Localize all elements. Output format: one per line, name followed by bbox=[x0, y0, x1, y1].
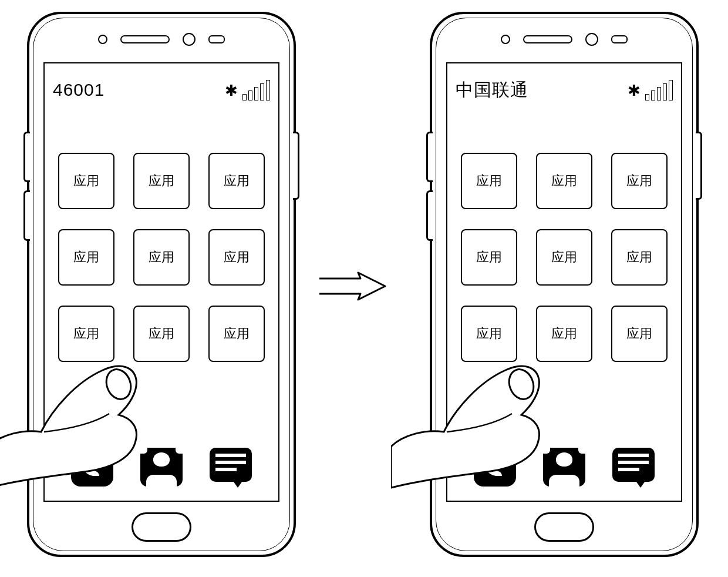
app-label: 应用 bbox=[73, 172, 99, 190]
phone-app-icon[interactable] bbox=[71, 448, 113, 487]
app-tile[interactable]: 应用 bbox=[133, 306, 190, 362]
app-tile[interactable]: 应用 bbox=[611, 229, 668, 286]
messages-app-icon[interactable] bbox=[210, 448, 252, 482]
home-button[interactable] bbox=[534, 512, 594, 542]
app-label: 应用 bbox=[224, 325, 250, 343]
app-tile[interactable]: 应用 bbox=[536, 306, 592, 362]
app-tile[interactable]: 应用 bbox=[133, 229, 190, 286]
app-label: 应用 bbox=[476, 172, 502, 190]
carrier-label: 中国联通 bbox=[456, 78, 528, 102]
screen[interactable]: 46001 ✱ 应用 应用 应用 应用 应用 应用 应用 应用 应用 bbox=[43, 62, 279, 502]
sensor-bar bbox=[29, 31, 294, 48]
app-label: 应用 bbox=[73, 249, 99, 266]
phone-app-icon[interactable] bbox=[474, 448, 516, 487]
proximity-sensor-icon bbox=[98, 35, 107, 44]
transition-arrow-icon bbox=[317, 270, 387, 302]
app-grid: 应用 应用 应用 应用 应用 应用 应用 应用 应用 bbox=[45, 153, 278, 362]
sensor-bar bbox=[432, 31, 696, 48]
app-tile[interactable]: 应用 bbox=[461, 153, 517, 209]
app-label: 应用 bbox=[224, 249, 250, 266]
app-label: 应用 bbox=[149, 325, 174, 343]
app-label: 应用 bbox=[626, 325, 652, 343]
app-tile[interactable]: 应用 bbox=[611, 306, 668, 362]
app-tile[interactable]: 应用 bbox=[611, 153, 668, 209]
app-tile[interactable]: 应用 bbox=[536, 153, 592, 209]
app-label: 应用 bbox=[149, 172, 174, 190]
home-button[interactable] bbox=[132, 512, 191, 542]
app-label: 应用 bbox=[626, 249, 652, 266]
contacts-app-icon[interactable] bbox=[140, 448, 183, 487]
volume-up-button[interactable] bbox=[23, 132, 30, 182]
dock bbox=[447, 448, 681, 487]
app-label: 应用 bbox=[149, 249, 174, 266]
status-bar: 中国联通 ✱ bbox=[447, 63, 681, 107]
earpiece-icon bbox=[523, 35, 572, 43]
status-bar: 46001 ✱ bbox=[45, 63, 278, 107]
app-label: 应用 bbox=[551, 172, 577, 190]
power-button[interactable] bbox=[293, 132, 299, 200]
signal-bars-icon bbox=[645, 80, 673, 100]
carrier-label: 46001 bbox=[53, 80, 105, 100]
app-tile[interactable]: 应用 bbox=[208, 306, 265, 362]
app-tile[interactable]: 应用 bbox=[58, 306, 114, 362]
app-tile[interactable]: 应用 bbox=[461, 229, 517, 286]
app-tile[interactable]: 应用 bbox=[536, 229, 592, 286]
app-tile[interactable]: 应用 bbox=[58, 229, 114, 286]
phone-right: 中国联通 ✱ 应用 应用 应用 应用 应用 应用 应用 应用 应用 bbox=[430, 12, 699, 557]
earpiece-icon bbox=[120, 35, 170, 43]
app-label: 应用 bbox=[224, 172, 250, 190]
carrier-logo-icon: ✱ bbox=[628, 83, 641, 98]
signal-group: ✱ bbox=[225, 80, 270, 100]
proximity-sensor-icon bbox=[501, 35, 510, 44]
screen[interactable]: 中国联通 ✱ 应用 应用 应用 应用 应用 应用 应用 应用 应用 bbox=[446, 62, 682, 502]
sensor-pill-icon bbox=[611, 35, 628, 43]
app-label: 应用 bbox=[476, 249, 502, 266]
power-button[interactable] bbox=[696, 132, 702, 200]
volume-up-button[interactable] bbox=[426, 132, 433, 182]
app-grid: 应用 应用 应用 应用 应用 应用 应用 应用 应用 bbox=[447, 153, 681, 362]
app-label: 应用 bbox=[476, 325, 502, 343]
front-camera-icon bbox=[585, 33, 598, 46]
app-tile[interactable]: 应用 bbox=[208, 229, 265, 286]
dock bbox=[45, 448, 278, 487]
messages-app-icon[interactable] bbox=[612, 448, 655, 482]
app-tile[interactable]: 应用 bbox=[133, 153, 190, 209]
volume-down-button[interactable] bbox=[426, 190, 433, 241]
signal-group: ✱ bbox=[628, 80, 673, 100]
app-tile[interactable]: 应用 bbox=[208, 153, 265, 209]
carrier-logo-icon: ✱ bbox=[225, 83, 238, 98]
sensor-pill-icon bbox=[208, 35, 225, 43]
front-camera-icon bbox=[183, 33, 196, 46]
contacts-app-icon[interactable] bbox=[543, 448, 585, 487]
app-tile[interactable]: 应用 bbox=[461, 306, 517, 362]
app-label: 应用 bbox=[551, 325, 577, 343]
app-label: 应用 bbox=[551, 249, 577, 266]
signal-bars-icon bbox=[242, 80, 270, 100]
app-label: 应用 bbox=[626, 172, 652, 190]
app-tile[interactable]: 应用 bbox=[58, 153, 114, 209]
app-label: 应用 bbox=[73, 325, 99, 343]
volume-down-button[interactable] bbox=[23, 190, 30, 241]
phone-left: 46001 ✱ 应用 应用 应用 应用 应用 应用 应用 应用 应用 bbox=[27, 12, 296, 557]
